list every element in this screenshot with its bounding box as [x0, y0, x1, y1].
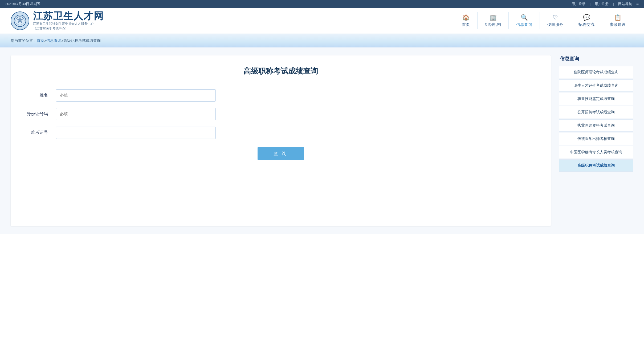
- register-link[interactable]: 用户注册: [595, 2, 609, 6]
- breadcrumb-prefix: 您当前的位置：: [11, 38, 37, 43]
- breadcrumb: 您当前的位置： 首页 > 信息查询 > 高级职称考试成绩查询: [0, 34, 644, 47]
- site-nav-link[interactable]: 网站导航: [618, 2, 632, 6]
- integrity-icon: 📋: [614, 14, 621, 21]
- sidebar-item-tcm-expert[interactable]: 中医医学确有专长人员考核查询: [559, 146, 633, 158]
- sidebar-title: 信息查询: [559, 55, 633, 62]
- nav-org-label: 组织机构: [485, 22, 501, 27]
- sidebar: 信息查询 住院医师理论考试成绩查询 卫生人才评价考试成绩查询 职业技能鉴定成绩查…: [559, 55, 633, 226]
- service-icon: ♡: [553, 14, 558, 21]
- sidebar-item-senior-title[interactable]: 高级职称考试成绩查询: [559, 159, 633, 172]
- nav-org[interactable]: 🏢 组织机构: [477, 12, 508, 29]
- exam-number-row: 准考证号：: [27, 127, 535, 139]
- logo-area: ⚕ 江苏卫生人才网 江苏省卫生和计划生育委员会人才服务中心 （江苏省医学考试中心…: [11, 11, 104, 31]
- nav-info-label: 信息查询: [516, 22, 532, 27]
- breadcrumb-current: 高级职称考试成绩查询: [63, 38, 101, 43]
- info-icon: 🔍: [521, 14, 528, 21]
- sidebar-item-resident-doctor[interactable]: 住院医师理论考试成绩查询: [559, 66, 633, 78]
- sidebar-item-health-talent[interactable]: 卫生人才评价考试成绩查询: [559, 79, 633, 92]
- svg-text:⚕: ⚕: [20, 25, 21, 27]
- site-title: 江苏卫生人才网: [33, 11, 104, 21]
- login-link[interactable]: 用户登录: [572, 2, 585, 6]
- nav-home-label: 首页: [462, 22, 470, 27]
- nav-recruit[interactable]: 💬 招聘交流: [571, 12, 602, 29]
- header: ⚕ 江苏卫生人才网 江苏省卫生和计划生育委员会人才服务中心 （江苏省医学考试中心…: [0, 8, 644, 34]
- date-display: 2021年7月30日 星期五: [5, 2, 40, 6]
- top-bar-right: 用户登录 | 用户注册 | 网站导航 ≡: [572, 2, 639, 6]
- main-area: 高级职称考试成绩查询 姓名： 身份证号码： 准考证号： 查 询 信息查询 住院医…: [0, 47, 644, 234]
- nav-home[interactable]: 🏠 首页: [454, 12, 477, 29]
- site-subtitle: 江苏省卫生和计划生育委员会人才服务中心 （江苏省医学考试中心）: [33, 21, 104, 31]
- id-number-label: 身份证号码：: [27, 111, 56, 117]
- home-icon: 🏠: [462, 14, 470, 21]
- nav-service[interactable]: ♡ 便民服务: [540, 12, 571, 29]
- form-section: 高级职称考试成绩查询 姓名： 身份证号码： 准考证号： 查 询: [11, 55, 551, 226]
- main-nav: 🏠 首页 🏢 组织机构 🔍 信息查询 ♡ 便民服务 💬 招聘交流 📋 廉政建设: [104, 12, 633, 29]
- nav-service-label: 便民服务: [547, 22, 563, 27]
- logo-icon: ⚕: [11, 11, 29, 30]
- divider2: |: [613, 2, 614, 6]
- id-number-row: 身份证号码：: [27, 108, 535, 120]
- query-button[interactable]: 查 询: [258, 147, 304, 160]
- org-icon: 🏢: [490, 14, 497, 21]
- sidebar-item-licensed-doctor[interactable]: 执业医师资格考试查询: [559, 119, 633, 132]
- exam-number-label: 准考证号：: [27, 130, 56, 135]
- top-bar: 2021年7月30日 星期五 用户登录 | 用户注册 | 网站导航 ≡: [0, 0, 644, 8]
- logo-text: 江苏卫生人才网 江苏省卫生和计划生育委员会人才服务中心 （江苏省医学考试中心）: [33, 11, 104, 31]
- recruit-icon: 💬: [583, 14, 590, 21]
- breadcrumb-info[interactable]: 信息查询: [46, 38, 61, 43]
- nav-recruit-label: 招聘交流: [578, 22, 594, 27]
- name-row: 姓名：: [27, 89, 535, 102]
- sidebar-item-skill-appraisal[interactable]: 职业技能鉴定成绩查询: [559, 93, 633, 105]
- name-input[interactable]: [56, 89, 216, 102]
- nav-integrity-label: 廉政建设: [610, 22, 626, 27]
- submit-row: 查 询: [27, 147, 535, 160]
- menu-icon[interactable]: ≡: [636, 2, 639, 6]
- sidebar-item-open-recruit[interactable]: 公开招聘考试成绩查询: [559, 106, 633, 118]
- nav-info[interactable]: 🔍 信息查询: [508, 12, 540, 29]
- name-label: 姓名：: [27, 92, 56, 98]
- form-title: 高级职称考试成绩查询: [27, 66, 535, 81]
- divider1: |: [590, 2, 590, 6]
- nav-integrity[interactable]: 📋 廉政建设: [602, 12, 633, 29]
- sidebar-item-traditional-med[interactable]: 传统医学出师考核查询: [559, 133, 633, 145]
- breadcrumb-home[interactable]: 首页: [37, 38, 44, 43]
- exam-number-input[interactable]: [56, 127, 216, 139]
- id-number-input[interactable]: [56, 108, 216, 120]
